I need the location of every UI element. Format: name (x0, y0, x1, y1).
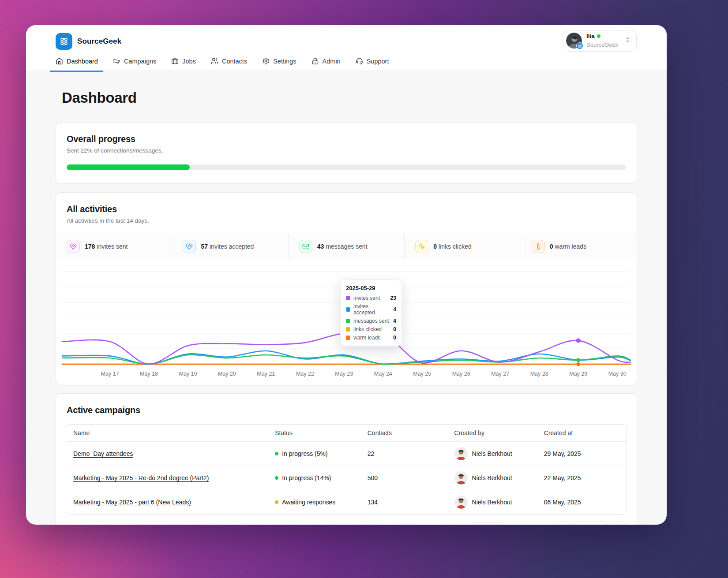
legend-value: 23 (390, 295, 396, 301)
progress-bar (67, 164, 626, 170)
campaign-link[interactable]: Demo_Day attendees (73, 450, 133, 457)
campaigns-table-header: NameStatusContactsCreated byCreated at (66, 425, 627, 442)
top-bar: SourceGeek DashboardCampaignsJobsContact… (26, 25, 667, 71)
svg-text:May 17: May 17 (101, 371, 119, 377)
legend-value: 0 (393, 335, 396, 341)
tooltip-row: invites sent23 (346, 295, 396, 301)
campaign-created-by-cell: Niels Berkhout (447, 442, 537, 466)
stat-links-clicked: 0links clicked (405, 234, 521, 259)
app-window: SourceGeek DashboardCampaignsJobsContact… (26, 25, 667, 525)
legend-value: 4 (393, 306, 396, 313)
stat-warm-leads: 0warm leads (521, 234, 637, 259)
row-avatar (454, 496, 468, 509)
nav-item-jobs[interactable]: Jobs (166, 54, 201, 72)
legend-label: invites accepted (353, 303, 390, 316)
users-icon (211, 57, 218, 65)
campaign-status-cell: In progress (5%) (268, 445, 360, 462)
campaign-created-by-cell: Niels Berkhout (447, 466, 537, 490)
status-text: In progress (5%) (282, 450, 327, 457)
stat-text: 43messages sent (317, 243, 368, 250)
all-activities-card: All activities All activities in the las… (56, 192, 637, 385)
nav-item-label: Campaigns (124, 58, 156, 65)
first-page-button[interactable] (556, 522, 571, 525)
stat-text: 0warm leads (550, 243, 586, 250)
heart-handshake-icon (67, 240, 80, 253)
campaign-link[interactable]: Marketing - May 2025 - part 6 (New Leads… (73, 499, 191, 506)
status-text: Awaiting responses (282, 499, 335, 506)
status-dot (275, 500, 278, 504)
activity-stats-row: 178invites sent57invites accepted43messa… (56, 234, 637, 259)
campaign-created-at-cell: 06 May, 2025 (537, 493, 627, 511)
all-activities-title: All activities (67, 204, 626, 214)
nav-item-campaigns[interactable]: Campaigns (108, 54, 161, 72)
campaign-link[interactable]: Marketing - May 2025 - Re-do 2nd degree … (73, 474, 209, 481)
creator-name: Niels Berkhout (472, 499, 512, 506)
thermometer-icon (532, 240, 545, 253)
svg-text:May 19: May 19 (179, 371, 197, 377)
all-activities-subtitle: All activities in the last 14 days. (67, 217, 626, 224)
user-name: Ilia (586, 33, 595, 40)
nav-item-contacts[interactable]: Contacts (206, 54, 252, 72)
nav-item-admin[interactable]: Admin (306, 54, 346, 72)
brand-name: SourceGeek (77, 37, 121, 46)
svg-text:May 20: May 20 (218, 371, 236, 377)
creator-name: Niels Berkhout (472, 474, 512, 481)
main-content: Dashboard Overall progress Sent 22% of c… (26, 89, 667, 525)
page-title: Dashboard (62, 89, 637, 106)
svg-text:May 21: May 21 (257, 371, 275, 377)
row-avatar (454, 471, 468, 485)
col-header-status: Status (268, 425, 360, 441)
stat-messages-sent: 43messages sent (289, 234, 405, 259)
nav-item-settings[interactable]: Settings (257, 54, 301, 72)
legend-label: invites sent (353, 295, 387, 301)
tooltip-date: 2025-05-29 (346, 285, 396, 291)
svg-text:May 30: May 30 (608, 371, 627, 377)
pagination (556, 522, 625, 525)
campaigns-table: NameStatusContactsCreated byCreated at D… (66, 424, 627, 515)
activity-chart[interactable]: May 17May 18May 19May 20May 21May 22May … (56, 259, 637, 385)
legend-value: 4 (393, 318, 396, 324)
svg-text:May 27: May 27 (491, 371, 509, 377)
prev-page-button[interactable] (574, 522, 589, 525)
campaign-contacts-cell: 500 (360, 469, 447, 487)
status-dot (275, 476, 278, 480)
svg-text:May 24: May 24 (374, 371, 392, 377)
legend-swatch (346, 319, 350, 323)
legend-swatch (346, 296, 350, 300)
user-menu-button[interactable]: Ilia SourceGeek (563, 30, 637, 52)
svg-text:May 26: May 26 (452, 371, 470, 377)
online-status-dot (597, 34, 600, 38)
last-page-button[interactable] (611, 522, 625, 525)
campaign-name-cell: Marketing - May 2025 - Re-do 2nd degree … (66, 469, 268, 487)
legend-swatch (346, 307, 350, 312)
headset-icon (356, 57, 363, 65)
nav-item-support[interactable]: Support (350, 54, 394, 72)
rows-per-page-select[interactable]: 50 (473, 522, 501, 525)
campaign-row: Demo_Day attendeesIn progress (5%)22Niel… (66, 442, 627, 466)
legend-label: links clicked (353, 326, 390, 332)
overall-progress-title: Overall progress (67, 134, 626, 144)
nav-item-dashboard[interactable]: Dashboard (50, 54, 103, 72)
status-text: In progress (14%) (282, 474, 331, 481)
nav-item-label: Dashboard (67, 58, 98, 65)
pointer-click-glyph (418, 243, 425, 250)
creator-name: Niels Berkhout (472, 450, 512, 457)
nav-item-label: Support (367, 58, 389, 65)
overall-progress-subtitle: Sent 22% of connections/messages. (67, 147, 626, 154)
next-page-button[interactable] (593, 522, 607, 525)
user-org: SourceGeek (586, 41, 618, 48)
gear-icon (262, 57, 270, 65)
mail-check-icon (299, 240, 312, 253)
brand[interactable]: SourceGeek (56, 33, 637, 50)
nav-item-label: Contacts (222, 58, 247, 65)
legend-swatch (346, 327, 350, 332)
svg-text:May 25: May 25 (413, 371, 431, 377)
tooltip-row: warm leads0 (346, 335, 396, 341)
briefcase-icon (171, 57, 179, 65)
thermometer-glyph (535, 243, 542, 250)
heart-handshake-glyph (186, 243, 193, 250)
stat-invites-accepted: 57invites accepted (172, 234, 288, 259)
campaign-name-cell: Demo_Day attendees (66, 445, 268, 462)
campaign-contacts-cell: 134 (360, 493, 447, 511)
svg-text:May 29: May 29 (569, 371, 587, 377)
